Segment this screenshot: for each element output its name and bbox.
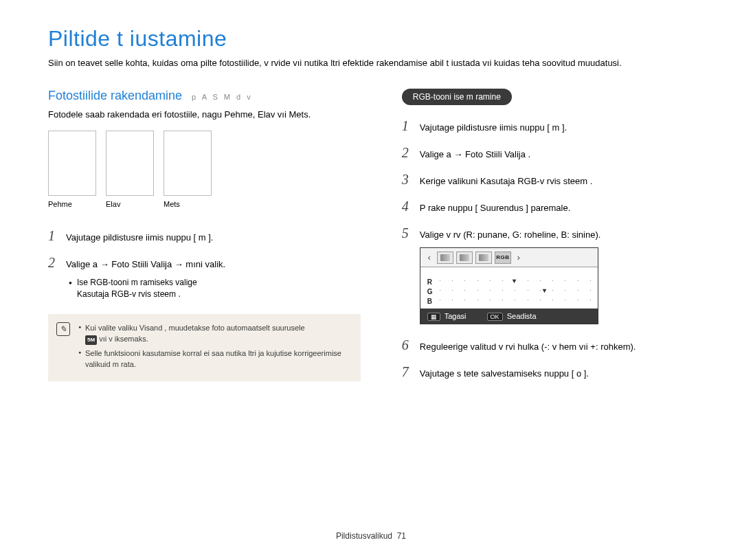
step-number: 2: [48, 253, 59, 273]
section-title-photostyles: Fotostiilide rakendamine: [48, 89, 182, 103]
right-step-1: Vajutage pildistusre iimis nuppu [ m ].: [420, 122, 694, 135]
step-number: 6: [402, 335, 413, 355]
right-step-2: Valige a → Foto Stiili Valija .: [420, 148, 694, 161]
intro-text: Siin on teavet selle kohta, kuidas oma p…: [48, 57, 694, 69]
size-badge: 5M: [85, 335, 97, 345]
preset-tab: [456, 251, 473, 264]
section-description: Fotodele saab rakendada eri fotostiile, …: [48, 109, 361, 121]
back-key-icon: ▦: [427, 313, 440, 321]
substep-line: Ise RGB-tooni m ramiseks valige Kasutaja…: [69, 277, 361, 300]
channel-g-label: G: [427, 288, 436, 295]
slider-g: ▾: [440, 291, 591, 292]
preset-tab-rgb: RGB: [495, 251, 511, 264]
step-number: 4: [402, 197, 413, 216]
note-item-1: Kui valite valiku Visand , muudetakse fo…: [78, 322, 351, 345]
step-number: 2: [402, 143, 413, 163]
thumb-pehme: [48, 131, 96, 196]
thumb-label-mets: Mets: [164, 200, 212, 208]
step-number: 7: [402, 362, 413, 382]
slider-r: ▾: [440, 281, 591, 282]
left-step-2: Valige a → Foto Stiili Valija → mıni val…: [66, 258, 361, 271]
tab-prev-icon: ‹: [425, 251, 434, 264]
thumb-elav: [106, 131, 154, 196]
back-label: Tagasi: [445, 312, 466, 320]
rgb-pill-heading: RGB-tooni ise m ramine: [402, 89, 512, 105]
left-column: Fotostiilide rakendamine p A S M d v Fot…: [48, 89, 361, 382]
page-title: Piltide t iustamine: [48, 26, 694, 52]
style-thumbnails: [48, 131, 361, 196]
slider-marker-icon: ▾: [543, 287, 548, 292]
slider-b: [440, 300, 591, 302]
ok-label: Seadista: [507, 312, 537, 320]
rgb-screenshot: ‹ RGB › R ▾ G: [420, 247, 598, 324]
step-number: 1: [402, 116, 413, 136]
preset-tab: [475, 251, 492, 264]
thumb-label-elav: Elav: [106, 200, 154, 208]
preset-tab: [437, 251, 453, 264]
note-box: ✎ Kui valite valiku Visand , muudetakse …: [48, 314, 361, 381]
right-column: RGB-tooni ise m ramine 1Vajutage pildist…: [402, 89, 694, 382]
page-footer: Pildistusvalikud 71: [0, 531, 742, 541]
left-step-1: Vajutage pildistusre iimis nuppu [ m ].: [66, 232, 361, 245]
right-step-3: Kerige valikuni Kasutaja RGB-v rvis stee…: [420, 175, 694, 188]
ok-key-icon: OK: [487, 313, 503, 321]
note-icon: ✎: [56, 322, 70, 336]
step-number: 3: [402, 170, 413, 190]
thumb-label-pehme: Pehme: [48, 200, 96, 208]
thumb-mets: [164, 131, 212, 196]
right-step-6: Reguleerige valitud v rvi hulka (-: v he…: [420, 341, 694, 354]
step-number: 1: [48, 226, 59, 246]
note-item-2: Selle funktsiooni kasutamise korral ei s…: [78, 348, 351, 370]
step-number: 5: [402, 223, 413, 243]
mode-indicator: p A S M d v: [192, 93, 253, 101]
right-step-5: Valige v rv (R: punane, G: roheline, B: …: [420, 229, 694, 242]
tab-next-icon: ›: [514, 251, 524, 264]
channel-b-label: B: [427, 298, 436, 305]
right-step-7: Vajutage s tete salvestamiseks nuppu [ o…: [420, 368, 694, 381]
slider-marker-icon: ▾: [513, 277, 518, 282]
right-step-4: P rake nuppu [ Suurendus ] paremale.: [420, 202, 694, 215]
channel-r-label: R: [427, 278, 436, 286]
